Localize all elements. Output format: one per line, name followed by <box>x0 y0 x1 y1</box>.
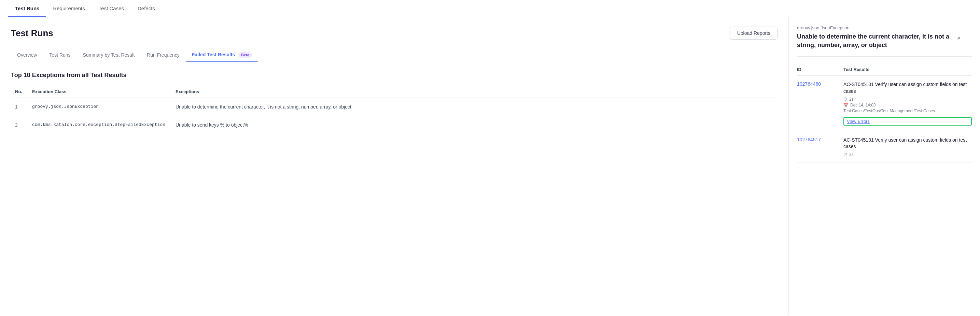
result-meta-2: ⏱ 2s <box>843 152 972 157</box>
sub-nav-overview[interactable]: Overview <box>11 48 43 62</box>
result-date-1: 📅 Dec 14, 14:03 <box>843 103 972 108</box>
beta-badge: Beta <box>238 52 252 58</box>
results-col-id: ID <box>797 67 838 72</box>
sub-nav-testruns[interactable]: Test Runs <box>43 48 76 62</box>
top-nav-item-testruns[interactable]: Test Runs <box>8 0 46 17</box>
sub-nav: Overview Test Runs Summary by Test Resul… <box>11 48 778 62</box>
exception-message: Unable to determine the current characte… <box>797 32 972 49</box>
table-row: 2 com.kms.katalon.core.exception.StepFai… <box>11 116 778 134</box>
top-nav: Test Runs Requirements Test Cases Defect… <box>0 0 980 17</box>
sub-nav-summary[interactable]: Summary by Test Result <box>77 48 141 62</box>
left-panel: Test Runs Upload Reports Overview Test R… <box>0 17 789 315</box>
exceptions-table: No. Exception Class Exceptions 1 groovy.… <box>11 86 778 134</box>
result-row: 102764460 AC-ST045101 Verify user can as… <box>797 76 972 131</box>
view-errors-link-1[interactable]: View Errors <box>843 117 972 125</box>
right-panel: groovy.json.JsonException Unable to dete… <box>789 17 980 315</box>
result-meta-1: ⏱ 2s 📅 Dec 14, 14:03 Test Cases/TestOps/… <box>843 97 972 125</box>
top-nav-item-requirements[interactable]: Requirements <box>46 0 92 17</box>
result-duration-2: ⏱ 2s <box>843 152 972 157</box>
result-path-1: Test Cases/TestOps/Test Management/Test … <box>843 108 972 113</box>
result-title-2: AC-ST045101 Verify user can assign custo… <box>843 137 972 150</box>
exception-header: groovy.json.JsonException Unable to dete… <box>797 25 972 49</box>
results-table-header: ID Test Results <box>797 64 972 76</box>
table-header-row: No. Exception Class Exceptions <box>11 86 778 98</box>
right-panel-inner: groovy.json.JsonException Unable to dete… <box>797 25 972 163</box>
result-id-1[interactable]: 102764460 <box>797 81 838 125</box>
top-nav-item-testcases[interactable]: Test Cases <box>92 0 131 17</box>
col-header-exceptions: Exceptions <box>172 86 778 98</box>
row1-no: 1 <box>11 98 28 116</box>
col-header-class: Exception Class <box>28 86 172 98</box>
results-divider <box>797 56 972 57</box>
result-details-2: AC-ST045101 Verify user can assign custo… <box>843 137 972 157</box>
result-title-1: AC-ST045101 Verify user can assign custo… <box>843 81 972 95</box>
close-button[interactable]: × <box>954 33 964 43</box>
top-nav-item-defects[interactable]: Defects <box>131 0 162 17</box>
section-title: Top 10 Exceptions from all Test Results <box>11 71 778 79</box>
row1-class: groovy.json.JsonException <box>28 98 172 116</box>
row2-exceptions: Unable to send keys % to object% <box>172 116 778 134</box>
row2-class: com.kms.katalon.core.exception.StepFaile… <box>28 116 172 134</box>
page-header: Test Runs Upload Reports <box>11 27 778 40</box>
upload-reports-button[interactable]: Upload Reports <box>730 27 778 40</box>
calendar-icon: 📅 <box>843 103 848 108</box>
result-duration-1: ⏱ 2s <box>843 97 972 102</box>
exception-class-label: groovy.json.JsonException <box>797 25 972 30</box>
col-header-no: No. <box>11 86 28 98</box>
clock-icon: ⏱ <box>843 97 848 102</box>
result-row: 102764517 AC-ST045101 Verify user can as… <box>797 132 972 163</box>
result-id-2[interactable]: 102764517 <box>797 137 838 157</box>
row2-no: 2 <box>11 116 28 134</box>
main-layout: Test Runs Upload Reports Overview Test R… <box>0 17 980 315</box>
results-col-testresults: Test Results <box>843 67 972 72</box>
row1-exceptions: Unable to determine the current characte… <box>172 98 778 116</box>
sub-nav-runfrequency[interactable]: Run Frequency <box>141 48 186 62</box>
table-row: 1 groovy.json.JsonException Unable to de… <box>11 98 778 116</box>
clock-icon-2: ⏱ <box>843 152 848 157</box>
sub-nav-failedresults[interactable]: Failed Test Results Beta <box>186 48 258 62</box>
page-title: Test Runs <box>11 28 53 38</box>
result-details-1: AC-ST045101 Verify user can assign custo… <box>843 81 972 125</box>
